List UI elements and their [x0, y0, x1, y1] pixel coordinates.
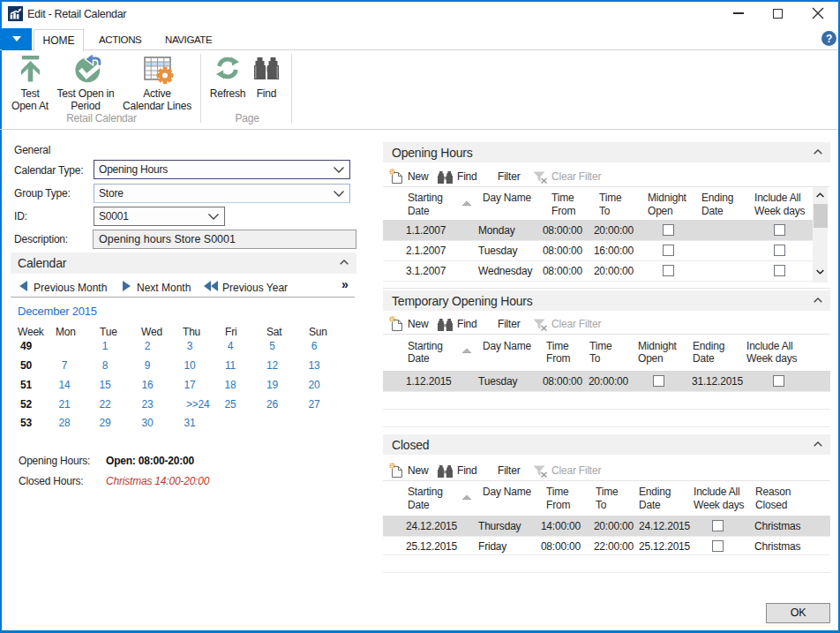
- svg-text:?: ?: [826, 33, 832, 45]
